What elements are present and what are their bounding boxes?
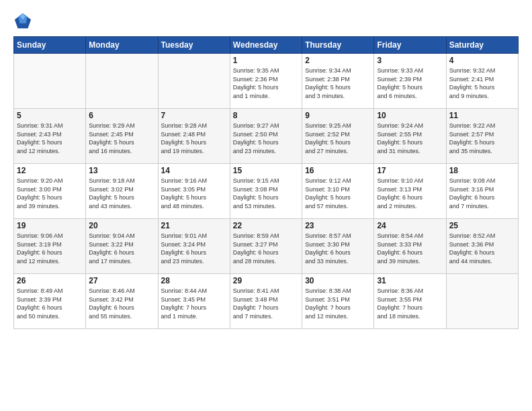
day-info: Sunrise: 8:46 AM Sunset: 3:42 PM Dayligh… bbox=[89, 287, 154, 320]
day-number: 24 bbox=[377, 221, 443, 230]
calendar-cell: 27Sunrise: 8:46 AM Sunset: 3:42 PM Dayli… bbox=[86, 274, 158, 329]
day-info: Sunrise: 9:16 AM Sunset: 3:05 PM Dayligh… bbox=[161, 177, 227, 210]
day-info: Sunrise: 9:22 AM Sunset: 2:57 PM Dayligh… bbox=[449, 122, 515, 155]
day-number: 31 bbox=[377, 276, 443, 285]
calendar-body: 1Sunrise: 9:35 AM Sunset: 2:36 PM Daylig… bbox=[14, 54, 519, 329]
calendar-cell: 31Sunrise: 8:36 AM Sunset: 3:55 PM Dayli… bbox=[374, 274, 446, 329]
calendar-cell: 24Sunrise: 8:54 AM Sunset: 3:33 PM Dayli… bbox=[374, 219, 446, 274]
calendar-cell: 19Sunrise: 9:06 AM Sunset: 3:19 PM Dayli… bbox=[14, 219, 86, 274]
weekday-header-monday: Monday bbox=[86, 37, 158, 54]
day-number: 5 bbox=[17, 111, 83, 120]
day-info: Sunrise: 9:32 AM Sunset: 2:41 PM Dayligh… bbox=[449, 66, 515, 100]
day-number: 13 bbox=[89, 166, 154, 175]
calendar-cell: 5Sunrise: 9:31 AM Sunset: 2:43 PM Daylig… bbox=[14, 109, 86, 164]
day-info: Sunrise: 9:10 AM Sunset: 3:13 PM Dayligh… bbox=[377, 177, 443, 210]
logo-icon bbox=[13, 12, 32, 31]
calendar-cell: 16Sunrise: 9:12 AM Sunset: 3:10 PM Dayli… bbox=[302, 164, 374, 219]
calendar-cell: 11Sunrise: 9:22 AM Sunset: 2:57 PM Dayli… bbox=[446, 109, 518, 164]
day-number: 14 bbox=[161, 166, 227, 175]
weekday-header-thursday: Thursday bbox=[302, 37, 374, 54]
calendar-cell: 23Sunrise: 8:57 AM Sunset: 3:30 PM Dayli… bbox=[302, 219, 374, 274]
day-info: Sunrise: 9:08 AM Sunset: 3:16 PM Dayligh… bbox=[449, 177, 515, 210]
day-number: 18 bbox=[449, 166, 515, 175]
calendar-table: SundayMondayTuesdayWednesdayThursdayFrid… bbox=[13, 36, 519, 329]
calendar-cell: 17Sunrise: 9:10 AM Sunset: 3:13 PM Dayli… bbox=[374, 164, 446, 219]
weekday-row: SundayMondayTuesdayWednesdayThursdayFrid… bbox=[14, 37, 519, 54]
calendar-cell: 14Sunrise: 9:16 AM Sunset: 3:05 PM Dayli… bbox=[158, 164, 230, 219]
day-info: Sunrise: 9:28 AM Sunset: 2:48 PM Dayligh… bbox=[161, 122, 227, 155]
calendar-cell: 10Sunrise: 9:24 AM Sunset: 2:55 PM Dayli… bbox=[374, 109, 446, 164]
logo bbox=[13, 12, 35, 31]
calendar-week-0: 1Sunrise: 9:35 AM Sunset: 2:36 PM Daylig… bbox=[14, 54, 519, 109]
calendar-cell: 7Sunrise: 9:28 AM Sunset: 2:48 PM Daylig… bbox=[158, 109, 230, 164]
calendar-cell: 6Sunrise: 9:29 AM Sunset: 2:45 PM Daylig… bbox=[86, 109, 158, 164]
day-number: 23 bbox=[305, 221, 371, 230]
calendar-cell: 8Sunrise: 9:27 AM Sunset: 2:50 PM Daylig… bbox=[230, 109, 302, 164]
page: SundayMondayTuesdayWednesdayThursdayFrid… bbox=[0, 0, 532, 411]
day-info: Sunrise: 9:34 AM Sunset: 2:38 PM Dayligh… bbox=[305, 66, 371, 100]
day-info: Sunrise: 9:06 AM Sunset: 3:19 PM Dayligh… bbox=[17, 232, 83, 265]
day-number: 9 bbox=[305, 111, 371, 120]
day-info: Sunrise: 8:59 AM Sunset: 3:27 PM Dayligh… bbox=[233, 232, 299, 265]
calendar-cell: 25Sunrise: 8:52 AM Sunset: 3:36 PM Dayli… bbox=[446, 219, 518, 274]
header bbox=[13, 12, 519, 31]
calendar-cell: 12Sunrise: 9:20 AM Sunset: 3:00 PM Dayli… bbox=[14, 164, 86, 219]
day-number: 11 bbox=[449, 111, 515, 120]
day-number: 15 bbox=[233, 166, 299, 175]
day-info: Sunrise: 8:52 AM Sunset: 3:36 PM Dayligh… bbox=[449, 232, 515, 265]
calendar-cell: 29Sunrise: 8:41 AM Sunset: 3:48 PM Dayli… bbox=[230, 274, 302, 329]
calendar-cell bbox=[158, 54, 230, 109]
day-number: 25 bbox=[449, 221, 515, 230]
day-number: 16 bbox=[305, 166, 371, 175]
calendar-cell: 9Sunrise: 9:25 AM Sunset: 2:52 PM Daylig… bbox=[302, 109, 374, 164]
day-number: 29 bbox=[233, 276, 299, 285]
calendar-cell: 15Sunrise: 9:15 AM Sunset: 3:08 PM Dayli… bbox=[230, 164, 302, 219]
day-info: Sunrise: 9:12 AM Sunset: 3:10 PM Dayligh… bbox=[305, 177, 371, 210]
day-info: Sunrise: 9:15 AM Sunset: 3:08 PM Dayligh… bbox=[233, 177, 299, 210]
calendar-cell: 2Sunrise: 9:34 AM Sunset: 2:38 PM Daylig… bbox=[302, 54, 374, 109]
calendar-cell: 26Sunrise: 8:49 AM Sunset: 3:39 PM Dayli… bbox=[14, 274, 86, 329]
day-info: Sunrise: 8:36 AM Sunset: 3:55 PM Dayligh… bbox=[377, 287, 443, 320]
weekday-header-saturday: Saturday bbox=[446, 37, 518, 54]
day-number: 27 bbox=[89, 276, 154, 285]
day-number: 28 bbox=[161, 276, 227, 285]
day-info: Sunrise: 8:38 AM Sunset: 3:51 PM Dayligh… bbox=[305, 287, 371, 320]
day-number: 8 bbox=[233, 111, 299, 120]
day-info: Sunrise: 9:33 AM Sunset: 2:39 PM Dayligh… bbox=[377, 66, 443, 100]
day-info: Sunrise: 8:44 AM Sunset: 3:45 PM Dayligh… bbox=[161, 287, 227, 320]
calendar-cell: 1Sunrise: 9:35 AM Sunset: 2:36 PM Daylig… bbox=[230, 54, 302, 109]
calendar-cell: 4Sunrise: 9:32 AM Sunset: 2:41 PM Daylig… bbox=[446, 54, 518, 109]
day-number: 10 bbox=[377, 111, 443, 120]
calendar-week-4: 26Sunrise: 8:49 AM Sunset: 3:39 PM Dayli… bbox=[14, 274, 519, 329]
calendar-cell: 20Sunrise: 9:04 AM Sunset: 3:22 PM Dayli… bbox=[86, 219, 158, 274]
day-info: Sunrise: 9:18 AM Sunset: 3:02 PM Dayligh… bbox=[89, 177, 154, 210]
day-info: Sunrise: 9:27 AM Sunset: 2:50 PM Dayligh… bbox=[233, 122, 299, 155]
day-info: Sunrise: 9:25 AM Sunset: 2:52 PM Dayligh… bbox=[305, 122, 371, 155]
calendar-cell: 21Sunrise: 9:01 AM Sunset: 3:24 PM Dayli… bbox=[158, 219, 230, 274]
day-number: 4 bbox=[449, 56, 515, 65]
day-number: 1 bbox=[233, 56, 299, 65]
day-info: Sunrise: 9:35 AM Sunset: 2:36 PM Dayligh… bbox=[233, 66, 299, 100]
day-info: Sunrise: 8:54 AM Sunset: 3:33 PM Dayligh… bbox=[377, 232, 443, 265]
day-number: 3 bbox=[377, 56, 443, 65]
day-info: Sunrise: 8:57 AM Sunset: 3:30 PM Dayligh… bbox=[305, 232, 371, 265]
day-number: 7 bbox=[161, 111, 227, 120]
day-number: 26 bbox=[17, 276, 83, 285]
day-info: Sunrise: 9:01 AM Sunset: 3:24 PM Dayligh… bbox=[161, 232, 227, 265]
calendar-cell: 30Sunrise: 8:38 AM Sunset: 3:51 PM Dayli… bbox=[302, 274, 374, 329]
day-number: 12 bbox=[17, 166, 83, 175]
day-number: 19 bbox=[17, 221, 83, 230]
day-number: 17 bbox=[377, 166, 443, 175]
weekday-header-tuesday: Tuesday bbox=[158, 37, 230, 54]
weekday-header-sunday: Sunday bbox=[14, 37, 86, 54]
weekday-header-friday: Friday bbox=[374, 37, 446, 54]
calendar-week-3: 19Sunrise: 9:06 AM Sunset: 3:19 PM Dayli… bbox=[14, 219, 519, 274]
calendar-cell: 28Sunrise: 8:44 AM Sunset: 3:45 PM Dayli… bbox=[158, 274, 230, 329]
day-info: Sunrise: 9:31 AM Sunset: 2:43 PM Dayligh… bbox=[17, 122, 83, 155]
day-number: 30 bbox=[305, 276, 371, 285]
day-info: Sunrise: 9:20 AM Sunset: 3:00 PM Dayligh… bbox=[17, 177, 83, 210]
calendar-cell bbox=[14, 54, 86, 109]
day-info: Sunrise: 9:24 AM Sunset: 2:55 PM Dayligh… bbox=[377, 122, 443, 155]
day-number: 6 bbox=[89, 111, 154, 120]
calendar-cell: 13Sunrise: 9:18 AM Sunset: 3:02 PM Dayli… bbox=[86, 164, 158, 219]
